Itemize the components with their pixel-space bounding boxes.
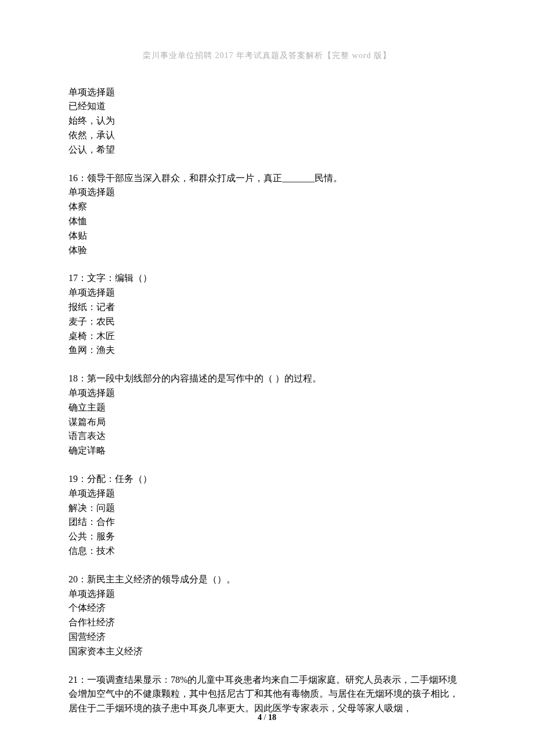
page-header: 栾川事业单位招聘 2017 年考试真题及答案解析【完整 word 版】 <box>68 49 466 62</box>
text-line: 公认，希望 <box>68 143 466 157</box>
text-line: 单项选择题 <box>68 487 466 501</box>
option-a: 个体经济 <box>68 601 466 615</box>
option-c: 国营经济 <box>68 630 466 645</box>
page-footer: 4 / 18 <box>0 711 534 724</box>
page-total: 18 <box>268 713 276 722</box>
text-line: 依然，承认 <box>68 128 466 143</box>
option-a: 确立主题 <box>68 401 466 415</box>
question-text: 17：文字：编辑（） <box>68 271 466 286</box>
text-line: 单项选择题 <box>68 286 466 300</box>
page-current: 4 <box>258 713 262 722</box>
text-line: 始终，认为 <box>68 114 466 128</box>
option-b: 谋篇布局 <box>68 415 466 430</box>
option-c: 语言表达 <box>68 429 466 444</box>
option-d: 体验 <box>68 243 466 258</box>
question-block-17: 17：文字：编辑（） 单项选择题 报纸：记者 麦子：农民 桌椅：木匠 鱼网：渔夫 <box>68 271 466 358</box>
question-block-16: 16：领导干部应当深入群众，和群众打成一片，真正_______民情。 单项选择题… <box>68 171 466 258</box>
question-block-20: 20：新民主主义经济的领导成分是（）。 单项选择题 个体经济 合作社经济 国营经… <box>68 573 466 659</box>
option-b: 合作社经济 <box>68 615 466 630</box>
text-line: 单项选择题 <box>68 85 466 100</box>
option-c: 桌椅：木匠 <box>68 329 466 344</box>
document-content: 单项选择题 已经知道 始终，认为 依然，承认 公认，希望 16：领导干部应当深入… <box>68 85 466 716</box>
text-line: 单项选择题 <box>68 587 466 602</box>
question-block-19: 19：分配：任务（） 单项选择题 解决：问题 团结：合作 公共：服务 信息：技术 <box>68 472 466 559</box>
option-d: 确定详略 <box>68 444 466 458</box>
option-b: 麦子：农民 <box>68 315 466 329</box>
option-b: 体恤 <box>68 214 466 229</box>
option-c: 体贴 <box>68 229 466 243</box>
text-line: 单项选择题 <box>68 185 466 200</box>
question-block-18: 18：第一段中划线部分的内容描述的是写作中的（ ）的过程。 单项选择题 确立主题… <box>68 372 466 458</box>
option-a: 解决：问题 <box>68 501 466 516</box>
question-text-line-1: 21：一项调查结果显示：78%的儿童中耳炎患者均来自二手烟家庭。研究人员表示，二… <box>68 673 466 716</box>
question-text: 19：分配：任务（） <box>68 472 466 487</box>
question-block-21: 21：一项调查结果显示：78%的儿童中耳炎患者均来自二手烟家庭。研究人员表示，二… <box>68 673 466 716</box>
option-a: 体察 <box>68 200 466 214</box>
option-a: 报纸：记者 <box>68 300 466 315</box>
text-line: 已经知道 <box>68 99 466 114</box>
question-text: 20：新民主主义经济的领导成分是（）。 <box>68 573 466 587</box>
page-sep: / <box>262 713 268 722</box>
question-text: 18：第一段中划线部分的内容描述的是写作中的（ ）的过程。 <box>68 372 466 386</box>
option-d: 鱼网：渔夫 <box>68 343 466 358</box>
question-text: 16：领导干部应当深入群众，和群众打成一片，真正_______民情。 <box>68 171 466 186</box>
option-d: 国家资本主义经济 <box>68 645 466 659</box>
text-line: 单项选择题 <box>68 386 466 401</box>
question-block-15-tail: 单项选择题 已经知道 始终，认为 依然，承认 公认，希望 <box>68 85 466 157</box>
option-b: 团结：合作 <box>68 515 466 530</box>
option-c: 公共：服务 <box>68 530 466 544</box>
option-d: 信息：技术 <box>68 544 466 559</box>
